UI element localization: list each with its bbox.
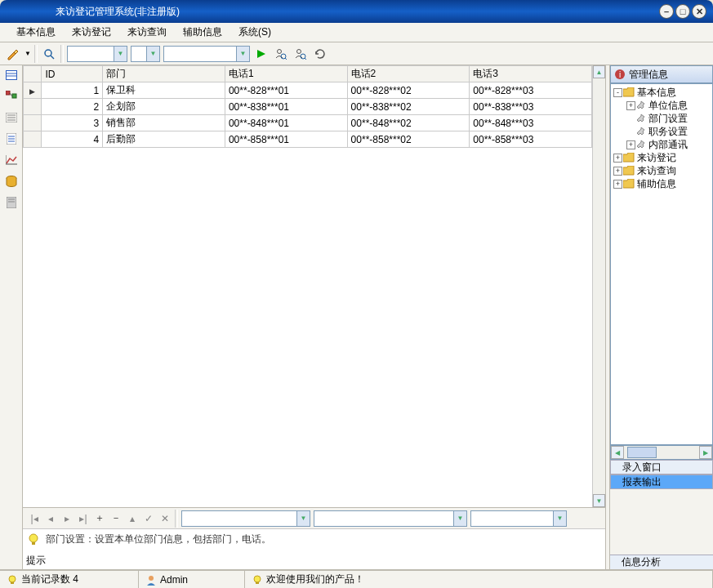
nav-tree[interactable]: -基本信息+单位信息部门设置职务设置+内部通讯+来访登记+来访查询+辅助信息 (610, 83, 713, 445)
vertical-scrollbar[interactable]: ▲ ▼ (592, 65, 605, 507)
nav-delete-icon[interactable]: － (109, 512, 123, 525)
filter-combo-2[interactable]: ▼ (131, 46, 160, 62)
search-person-icon[interactable] (273, 46, 289, 62)
status-user: Admin (160, 574, 188, 586)
side-doc-icon[interactable] (3, 131, 20, 147)
menubar: 基本信息 来访登记 来访查询 辅助信息 系统(S) (0, 23, 713, 42)
window-title: 来访登记管理系统(非注册版) (39, 5, 659, 19)
nav-combo-2[interactable]: ▼ (314, 510, 467, 527)
filter-combo-3[interactable]: ▼ (163, 46, 250, 62)
menu-visit-register[interactable]: 来访登记 (67, 24, 116, 41)
pencil-icon[interactable] (5, 46, 21, 62)
side-tree-icon[interactable] (3, 88, 20, 105)
table-row[interactable]: ▶ 1 保卫科 00**-828***01 00**-828***02 00**… (24, 82, 592, 99)
lightbulb-icon (26, 532, 41, 547)
tree-node[interactable]: +来访查询 (613, 164, 711, 177)
hint-text: 部门设置：设置本单位部门信息，包括部门，电话。 (46, 532, 271, 546)
hint-label: 提示 (26, 554, 46, 568)
right-header: i 管理信息 (610, 65, 713, 83)
svg-point-35 (149, 576, 154, 581)
folder-icon (623, 166, 635, 176)
statusbar: 当前记录数 4 Admin 欢迎使用我们的产品！ (0, 570, 713, 588)
menu-system[interactable]: 系统(S) (234, 24, 276, 41)
user-icon (145, 574, 157, 586)
filter-combo-1[interactable]: ▼ (67, 46, 127, 62)
nav-add-icon[interactable]: ＋ (93, 512, 106, 525)
svg-line-4 (285, 58, 287, 60)
svg-rect-12 (6, 91, 10, 95)
magnifier-icon[interactable] (41, 46, 57, 62)
svg-point-0 (45, 50, 51, 56)
side-chart-icon[interactable] (3, 152, 20, 168)
tab-info-analysis[interactable]: 信息分析 (610, 555, 713, 569)
tree-node[interactable]: 职务设置 (613, 125, 711, 138)
minimize-button[interactable]: – (659, 4, 674, 19)
folder-icon (623, 87, 635, 97)
nav-prev-icon[interactable]: ◂ (44, 512, 57, 525)
right-title: 管理信息 (629, 68, 668, 82)
svg-rect-37 (256, 582, 259, 584)
tree-node[interactable]: +内部通讯 (613, 138, 711, 151)
nav-first-icon[interactable]: |◂ (28, 512, 41, 525)
nav-ok-icon[interactable]: ✓ (142, 512, 155, 525)
folder-icon (623, 179, 635, 189)
key-icon (636, 140, 646, 149)
nav-next-icon[interactable]: ▸ (60, 512, 74, 525)
menu-visit-query[interactable]: 来访查询 (123, 24, 172, 41)
nav-combo-3[interactable]: ▼ (470, 510, 567, 527)
dropdown-icon[interactable]: ▼ (25, 50, 31, 57)
svg-point-36 (254, 576, 261, 582)
tree-node[interactable]: +单位信息 (613, 99, 711, 112)
play-icon[interactable] (253, 46, 270, 62)
svg-point-2 (277, 49, 281, 53)
center-pane: ID 部门 电话1 电话2 电话3 ▶ 1 保卫科 00**-828***01 … (23, 65, 605, 569)
nav-last-icon[interactable]: ▸| (77, 512, 90, 525)
refresh-icon[interactable] (312, 46, 328, 62)
tree-hscroll[interactable]: ◀ ▶ (610, 445, 713, 460)
svg-point-5 (296, 49, 301, 53)
col-dept[interactable]: 部门 (103, 66, 225, 82)
svg-rect-9 (7, 71, 16, 79)
tree-node[interactable]: 部门设置 (613, 112, 711, 125)
tab-report-output[interactable]: 报表输出 (610, 474, 713, 489)
side-notes-icon[interactable] (3, 194, 20, 211)
table-row[interactable]: 2 企划部 00**-838***01 00**-838***02 00**-8… (24, 99, 592, 115)
side-grid-icon[interactable] (3, 67, 20, 83)
right-panel: i 管理信息 -基本信息+单位信息部门设置职务设置+内部通讯+来访登记+来访查询… (610, 65, 713, 569)
tree-node[interactable]: -基本信息 (613, 86, 711, 99)
bulb-icon (7, 574, 18, 586)
search-person2-icon[interactable] (292, 46, 309, 62)
key-icon (636, 100, 646, 110)
menu-aux[interactable]: 辅助信息 (178, 24, 227, 41)
hint-panel: 部门设置：设置本单位部门信息，包括部门，电话。 提示 (23, 528, 605, 569)
folder-icon (623, 153, 635, 163)
tree-node[interactable]: +辅助信息 (613, 177, 711, 190)
svg-line-7 (305, 58, 306, 60)
col-tel1[interactable]: 电话1 (225, 66, 347, 82)
side-db-icon[interactable] (3, 173, 20, 189)
nav-edit-icon[interactable]: ▴ (126, 512, 139, 525)
col-id[interactable]: ID (42, 66, 103, 82)
table-row[interactable]: 3 销售部 00**-848***01 00**-848***02 00**-8… (24, 115, 592, 131)
table-row[interactable]: 4 后勤部 00**-858***01 00**-858***02 00**-8… (24, 131, 592, 148)
svg-text:i: i (619, 70, 621, 79)
maximize-button[interactable]: □ (675, 4, 690, 19)
info-icon: i (614, 69, 626, 80)
data-grid[interactable]: ID 部门 电话1 电话2 电话3 ▶ 1 保卫科 00**-828***01 … (23, 65, 592, 507)
status-records: 当前记录数 4 (21, 572, 78, 586)
bulb2-icon (252, 574, 263, 586)
col-tel3[interactable]: 电话3 (470, 66, 592, 82)
side-list-icon[interactable] (3, 109, 20, 126)
close-button[interactable]: ✕ (692, 4, 706, 19)
col-tel2[interactable]: 电话2 (347, 66, 470, 82)
titlebar: 来访登记管理系统(非注册版) – □ ✕ (0, 0, 713, 23)
status-welcome: 欢迎使用我们的产品！ (266, 572, 364, 586)
key-icon (636, 114, 646, 123)
svg-rect-26 (7, 197, 16, 208)
nav-combo-1[interactable]: ▼ (181, 510, 310, 527)
tab-input-window[interactable]: 录入窗口 (610, 460, 713, 474)
menu-basic[interactable]: 基本信息 (11, 24, 60, 41)
nav-cancel-icon[interactable]: ✕ (158, 512, 172, 525)
tree-node[interactable]: +来访登记 (613, 151, 711, 164)
left-sidebar (0, 65, 23, 569)
